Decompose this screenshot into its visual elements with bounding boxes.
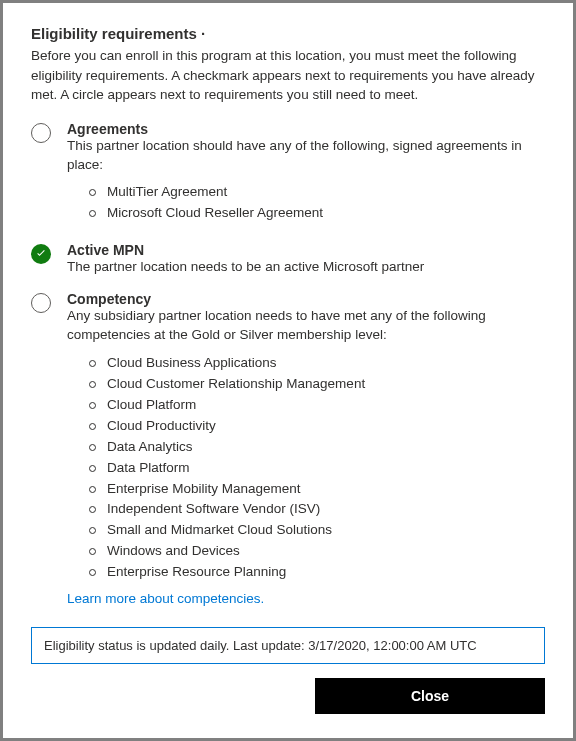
learn-more-link[interactable]: Learn more about competencies. — [67, 591, 264, 606]
button-row: Close — [31, 678, 545, 714]
list-item: Enterprise Mobility Management — [89, 479, 545, 500]
competency-list: Cloud Business Applications Cloud Custom… — [89, 353, 545, 583]
intro-text: Before you can enroll in this program at… — [31, 46, 545, 105]
list-item: Cloud Business Applications — [89, 353, 545, 374]
requirement-desc: This partner location should have any of… — [67, 137, 545, 175]
requirement-competency: Competency Any subsidiary partner locati… — [31, 291, 545, 606]
requirement-title: Competency — [67, 291, 545, 307]
list-item: Data Analytics — [89, 437, 545, 458]
close-button[interactable]: Close — [315, 678, 545, 714]
requirement-desc: The partner location needs to be an acti… — [67, 258, 545, 277]
list-item: Cloud Platform — [89, 395, 545, 416]
list-item: Data Platform — [89, 458, 545, 479]
requirement-title: Active MPN — [67, 242, 545, 258]
list-item: MultiTier Agreement — [89, 182, 545, 203]
list-item: Microsoft Cloud Reseller Agreement — [89, 203, 545, 224]
requirement-active-mpn: Active MPN The partner location needs to… — [31, 242, 545, 277]
agreements-list: MultiTier Agreement Microsoft Cloud Rese… — [89, 182, 545, 224]
list-item: Windows and Devices — [89, 541, 545, 562]
status-unmet-icon — [31, 293, 51, 313]
list-item: Enterprise Resource Planning — [89, 562, 545, 583]
eligibility-modal: Eligibility requirements · Before you ca… — [0, 0, 576, 741]
list-item: Cloud Customer Relationship Management — [89, 374, 545, 395]
status-met-icon — [31, 244, 51, 264]
list-item: Independent Software Vendor (ISV) — [89, 499, 545, 520]
list-item: Small and Midmarket Cloud Solutions — [89, 520, 545, 541]
requirement-title: Agreements — [67, 121, 545, 137]
requirement-desc: Any subsidiary partner location needs to… — [67, 307, 545, 345]
list-item: Cloud Productivity — [89, 416, 545, 437]
status-unmet-icon — [31, 123, 51, 143]
status-banner: Eligibility status is updated daily. Las… — [31, 627, 545, 664]
page-title: Eligibility requirements · — [31, 25, 545, 42]
requirement-agreements: Agreements This partner location should … — [31, 121, 545, 229]
checkmark-icon — [35, 248, 47, 260]
